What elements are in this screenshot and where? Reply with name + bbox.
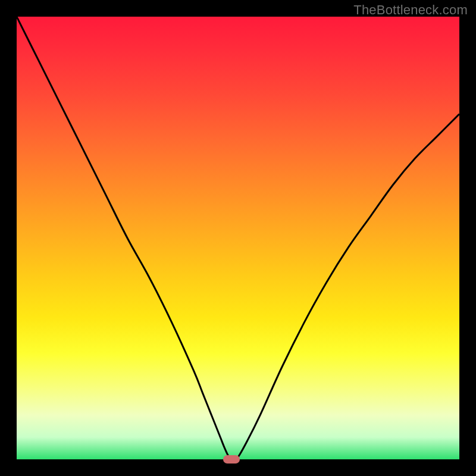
watermark-text: TheBottleneck.com (353, 2, 468, 18)
bottleneck-curve (17, 17, 459, 459)
chart-plot-area (17, 17, 459, 459)
chart-outer-frame: TheBottleneck.com (0, 0, 476, 476)
bottleneck-curve-path (17, 17, 459, 459)
minimum-marker (223, 455, 240, 464)
